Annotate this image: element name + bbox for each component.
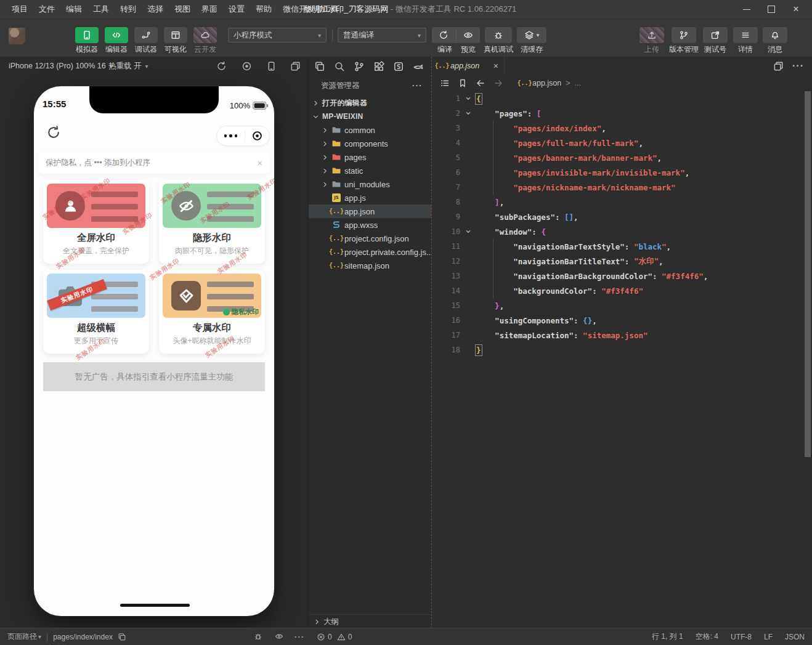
device-frame-icon[interactable] bbox=[266, 61, 277, 71]
page-refresh-icon[interactable] bbox=[46, 125, 61, 140]
test-account-button[interactable] bbox=[703, 27, 728, 43]
forward-icon[interactable] bbox=[493, 78, 503, 88]
code-line-5[interactable]: 5 "pages/banner-mark/banner-mark", bbox=[432, 150, 803, 165]
menu-item-2[interactable]: 编辑 bbox=[60, 0, 87, 18]
menu-item-7[interactable]: 界面 bbox=[196, 0, 223, 18]
tree-item-static[interactable]: static bbox=[309, 164, 431, 177]
tree-item-sitemap-json[interactable]: {..}sitemap.json bbox=[309, 259, 431, 272]
bookmark-icon[interactable] bbox=[458, 78, 468, 88]
tree-item-pages[interactable]: pages bbox=[309, 150, 431, 164]
card-4[interactable]: 隐私水印专属水印头像+昵称就能制作水印 bbox=[159, 270, 265, 354]
encoding[interactable]: UTF-8 bbox=[731, 633, 752, 641]
tab-close-icon[interactable]: × bbox=[493, 61, 498, 71]
menu-item-1[interactable]: 文件 bbox=[33, 0, 60, 18]
applet-icon[interactable] bbox=[393, 61, 404, 72]
capsule-close-icon[interactable] bbox=[245, 130, 269, 142]
search-icon[interactable] bbox=[334, 61, 345, 72]
code-editor[interactable]: 1{2 "pages": [3 "pages/index/index",4 "p… bbox=[432, 91, 803, 628]
code-line-3[interactable]: 3 "pages/index/index", bbox=[432, 121, 803, 136]
editor-button[interactable] bbox=[105, 27, 128, 43]
card-1[interactable]: 全屏水印全文覆盖，完全保护 bbox=[43, 180, 149, 264]
tree-item-uni-modules[interactable]: uni_modules bbox=[309, 177, 431, 191]
tab-appjson[interactable]: {..} app.json × bbox=[432, 57, 505, 75]
code-line-17[interactable]: 17 "sitemapLocation": "sitemap.json" bbox=[432, 328, 803, 343]
explorer-more-icon[interactable]: ··· bbox=[412, 81, 423, 90]
clear-cache-button[interactable]: ▾ bbox=[517, 27, 546, 43]
minimize-button[interactable] bbox=[734, 0, 759, 18]
cursor-position[interactable]: 行 1, 列 1 bbox=[652, 631, 683, 642]
tree-item-app-json[interactable]: {..}app.json bbox=[309, 205, 431, 218]
breadcrumb-file[interactable]: {..} app.json bbox=[520, 79, 561, 88]
fold-icon[interactable] bbox=[460, 229, 476, 235]
device-select[interactable]: iPhone 12/13 (Pro) 100% 16▾ bbox=[9, 57, 113, 75]
code-line-6[interactable]: 6 "pages/invisible-mark/invisible-mark", bbox=[432, 165, 803, 180]
tree-item-app-wxss[interactable]: app.wxss bbox=[309, 218, 431, 232]
code-line-15[interactable]: 15 }, bbox=[432, 298, 803, 313]
tree-item-project-private-config[interactable]: {..}project.private.config.js... bbox=[309, 245, 431, 259]
menu-item-8[interactable]: 设置 bbox=[223, 0, 250, 18]
tree-item-mp-weixin[interactable]: MP-WEIXIN bbox=[309, 110, 431, 123]
code-line-2[interactable]: 2 "pages": [ bbox=[432, 106, 803, 121]
preview-button[interactable] bbox=[457, 27, 481, 43]
code-line-18[interactable]: 18} bbox=[432, 343, 803, 357]
back-icon[interactable] bbox=[476, 78, 485, 88]
record-icon[interactable] bbox=[242, 61, 252, 71]
code-line-4[interactable]: 4 "pages/full-mark/full-mark", bbox=[432, 136, 803, 150]
preview-status-icon[interactable] bbox=[275, 632, 283, 641]
code-line-8[interactable]: 8 ], bbox=[432, 195, 803, 209]
eol[interactable]: LF bbox=[764, 633, 773, 641]
editor-scrollbar[interactable] bbox=[803, 91, 812, 628]
banner-close-icon[interactable]: × bbox=[257, 158, 262, 168]
language-mode[interactable]: JSON bbox=[785, 633, 805, 641]
compile-mode-select[interactable]: 普通编译▾ bbox=[338, 28, 426, 43]
capsule-menu[interactable] bbox=[216, 126, 270, 146]
code-line-11[interactable]: 11 "navigationBarTextStyle": "black", bbox=[432, 239, 803, 254]
editor-more-icon[interactable]: ··· bbox=[793, 61, 803, 71]
menu-item-9[interactable]: 帮助 bbox=[250, 0, 277, 18]
code-line-13[interactable]: 13 "navigationBarBackgroundColor": "#f3f… bbox=[432, 269, 803, 283]
debug-status-icon[interactable] bbox=[254, 632, 262, 641]
code-line-10[interactable]: 10 "window": { bbox=[432, 224, 803, 239]
details-button[interactable] bbox=[733, 27, 758, 43]
tree-item-project-config-json[interactable]: {..}project.config.json bbox=[309, 232, 431, 245]
close-button[interactable]: × bbox=[784, 0, 808, 18]
remote-debug-button[interactable] bbox=[485, 27, 512, 43]
blocks-icon[interactable] bbox=[373, 61, 384, 72]
code-line-7[interactable]: 7 "pages/nickname-mark/nickname-mark" bbox=[432, 180, 803, 195]
fold-icon[interactable] bbox=[460, 110, 476, 116]
cloud-dev-button[interactable] bbox=[193, 27, 217, 43]
indent-setting[interactable]: 空格: 4 bbox=[696, 631, 718, 642]
compile-button[interactable] bbox=[432, 27, 456, 43]
tree-item-components[interactable]: components bbox=[309, 137, 431, 150]
visualizer-button[interactable] bbox=[164, 27, 187, 43]
tree-item-open-editors[interactable]: 打开的编辑器 bbox=[309, 96, 431, 110]
statusbar-more-icon[interactable]: ··· bbox=[294, 628, 305, 645]
branch-icon[interactable] bbox=[354, 61, 365, 72]
more-dots-icon[interactable] bbox=[217, 134, 245, 137]
menu-item-6[interactable]: 视图 bbox=[169, 0, 196, 18]
outline-icon[interactable] bbox=[440, 78, 450, 88]
whale-icon[interactable] bbox=[413, 61, 424, 72]
mode-select[interactable]: 小程序模式▾ bbox=[228, 28, 327, 43]
tree-item-app-js[interactable]: JSapp.js bbox=[309, 191, 431, 205]
page-path-select[interactable]: 页面路径▾ bbox=[7, 631, 41, 642]
messages-button[interactable] bbox=[763, 27, 787, 43]
debugger-button[interactable] bbox=[134, 27, 158, 43]
restart-icon[interactable] bbox=[216, 61, 227, 71]
menu-item-3[interactable]: 工具 bbox=[87, 0, 115, 18]
code-line-12[interactable]: 12 "navigationBarTitleText": "水印", bbox=[432, 254, 803, 269]
simulator-button[interactable] bbox=[75, 27, 99, 43]
files-icon[interactable] bbox=[314, 61, 325, 72]
maximize-button[interactable] bbox=[759, 0, 784, 18]
code-line-14[interactable]: 14 "backgroundColor": "#f3f4f6" bbox=[432, 283, 803, 298]
menu-item-0[interactable]: 项目 bbox=[6, 0, 33, 18]
split-editor-icon[interactable] bbox=[773, 61, 784, 71]
code-line-1[interactable]: 1{ bbox=[432, 91, 803, 106]
fold-icon[interactable] bbox=[460, 95, 476, 102]
card-3[interactable]: 实验用水印超级横幅更多用于宣传 bbox=[43, 270, 149, 354]
hot-reload-toggle[interactable]: 热重载 开▾ bbox=[108, 57, 148, 75]
menu-item-4[interactable]: 转到 bbox=[115, 0, 142, 18]
card-2[interactable]: 隐形水印肉眼不可见，隐形保护 bbox=[159, 180, 265, 264]
menu-item-5[interactable]: 选择 bbox=[142, 0, 169, 18]
upload-button[interactable] bbox=[639, 27, 664, 43]
